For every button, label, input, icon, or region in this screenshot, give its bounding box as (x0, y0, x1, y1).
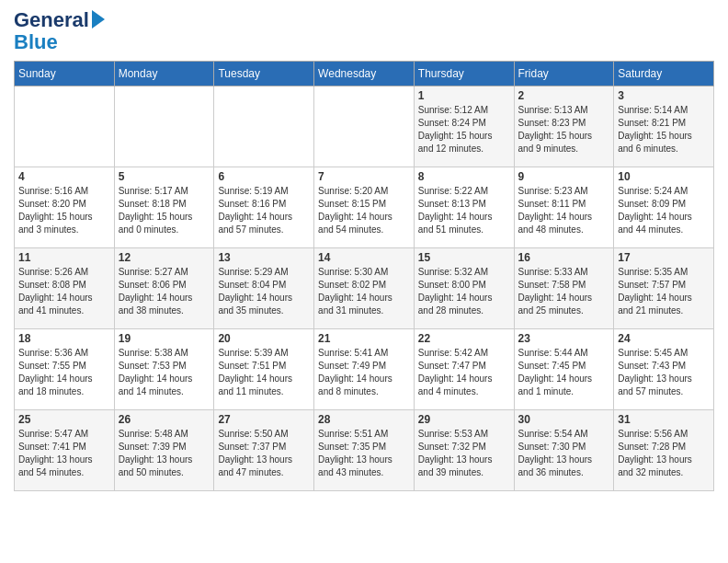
day-number: 3 (618, 89, 710, 102)
day-number: 24 (618, 332, 710, 345)
col-header-thursday: Thursday (414, 62, 514, 86)
day-info: Sunrise: 5:27 AM Sunset: 8:06 PM Dayligh… (119, 266, 210, 317)
day-info: Sunrise: 5:44 AM Sunset: 7:45 PM Dayligh… (518, 347, 610, 398)
col-header-monday: Monday (114, 62, 214, 86)
day-cell: 6Sunrise: 5:19 AM Sunset: 8:16 PM Daylig… (214, 167, 314, 248)
day-cell: 10Sunrise: 5:24 AM Sunset: 8:09 PM Dayli… (614, 167, 714, 248)
day-cell: 5Sunrise: 5:17 AM Sunset: 8:18 PM Daylig… (114, 167, 214, 248)
day-number: 28 (318, 413, 410, 426)
day-number: 4 (18, 170, 110, 183)
week-row-1: 1Sunrise: 5:12 AM Sunset: 8:24 PM Daylig… (15, 86, 714, 167)
day-info: Sunrise: 5:26 AM Sunset: 8:08 PM Dayligh… (18, 266, 110, 317)
day-number: 25 (18, 413, 110, 426)
day-number: 8 (418, 170, 510, 183)
week-row-4: 18Sunrise: 5:36 AM Sunset: 7:55 PM Dayli… (15, 329, 714, 410)
day-cell: 16Sunrise: 5:33 AM Sunset: 7:58 PM Dayli… (514, 248, 614, 329)
day-info: Sunrise: 5:14 AM Sunset: 8:21 PM Dayligh… (618, 104, 710, 155)
day-info: Sunrise: 5:53 AM Sunset: 7:32 PM Dayligh… (418, 428, 510, 479)
day-number: 15 (418, 251, 510, 264)
day-cell: 19Sunrise: 5:38 AM Sunset: 7:53 PM Dayli… (114, 329, 214, 410)
day-number: 18 (18, 332, 110, 345)
day-cell: 14Sunrise: 5:30 AM Sunset: 8:02 PM Dayli… (314, 248, 415, 329)
day-info: Sunrise: 5:38 AM Sunset: 7:53 PM Dayligh… (119, 347, 210, 398)
day-cell: 28Sunrise: 5:51 AM Sunset: 7:35 PM Dayli… (314, 410, 415, 491)
day-number: 27 (218, 413, 310, 426)
day-info: Sunrise: 5:19 AM Sunset: 8:16 PM Dayligh… (218, 185, 310, 236)
day-number: 6 (218, 170, 310, 183)
day-number: 5 (119, 170, 210, 183)
day-info: Sunrise: 5:54 AM Sunset: 7:30 PM Dayligh… (518, 428, 610, 479)
day-info: Sunrise: 5:35 AM Sunset: 7:57 PM Dayligh… (618, 266, 710, 317)
day-cell: 3Sunrise: 5:14 AM Sunset: 8:21 PM Daylig… (614, 86, 714, 167)
day-info: Sunrise: 5:50 AM Sunset: 7:37 PM Dayligh… (218, 428, 310, 479)
day-number: 30 (518, 413, 610, 426)
day-cell: 15Sunrise: 5:32 AM Sunset: 8:00 PM Dayli… (414, 248, 514, 329)
day-info: Sunrise: 5:12 AM Sunset: 8:24 PM Dayligh… (418, 104, 510, 155)
day-number: 12 (119, 251, 210, 264)
day-info: Sunrise: 5:45 AM Sunset: 7:43 PM Dayligh… (618, 347, 710, 398)
day-cell (15, 86, 115, 167)
day-cell: 20Sunrise: 5:39 AM Sunset: 7:51 PM Dayli… (214, 329, 314, 410)
day-cell: 13Sunrise: 5:29 AM Sunset: 8:04 PM Dayli… (214, 248, 314, 329)
day-number: 11 (18, 251, 110, 264)
calendar-table: SundayMondayTuesdayWednesdayThursdayFrid… (14, 61, 714, 491)
logo-text-blue: Blue (14, 31, 58, 53)
day-cell: 30Sunrise: 5:54 AM Sunset: 7:30 PM Dayli… (514, 410, 614, 491)
week-row-2: 4Sunrise: 5:16 AM Sunset: 8:20 PM Daylig… (15, 167, 714, 248)
day-cell: 17Sunrise: 5:35 AM Sunset: 7:57 PM Dayli… (614, 248, 714, 329)
day-info: Sunrise: 5:42 AM Sunset: 7:47 PM Dayligh… (418, 347, 510, 398)
col-header-tuesday: Tuesday (214, 62, 314, 86)
day-cell: 9Sunrise: 5:23 AM Sunset: 8:11 PM Daylig… (514, 167, 614, 248)
day-number: 26 (119, 413, 210, 426)
day-info: Sunrise: 5:41 AM Sunset: 7:49 PM Dayligh… (318, 347, 410, 398)
day-cell: 2Sunrise: 5:13 AM Sunset: 8:23 PM Daylig… (514, 86, 614, 167)
day-info: Sunrise: 5:22 AM Sunset: 8:13 PM Dayligh… (418, 185, 510, 236)
day-number: 23 (518, 332, 610, 345)
week-row-3: 11Sunrise: 5:26 AM Sunset: 8:08 PM Dayli… (15, 248, 714, 329)
day-cell: 22Sunrise: 5:42 AM Sunset: 7:47 PM Dayli… (414, 329, 514, 410)
day-info: Sunrise: 5:39 AM Sunset: 7:51 PM Dayligh… (218, 347, 310, 398)
day-number: 17 (618, 251, 710, 264)
day-info: Sunrise: 5:29 AM Sunset: 8:04 PM Dayligh… (218, 266, 310, 317)
day-number: 22 (418, 332, 510, 345)
day-number: 16 (518, 251, 610, 264)
day-cell: 7Sunrise: 5:20 AM Sunset: 8:15 PM Daylig… (314, 167, 415, 248)
day-info: Sunrise: 5:23 AM Sunset: 8:11 PM Dayligh… (518, 185, 610, 236)
day-info: Sunrise: 5:16 AM Sunset: 8:20 PM Dayligh… (18, 185, 110, 236)
day-cell: 29Sunrise: 5:53 AM Sunset: 7:32 PM Dayli… (414, 410, 514, 491)
day-cell: 26Sunrise: 5:48 AM Sunset: 7:39 PM Dayli… (114, 410, 214, 491)
header: General Blue (14, 9, 714, 53)
day-cell: 23Sunrise: 5:44 AM Sunset: 7:45 PM Dayli… (514, 329, 614, 410)
day-info: Sunrise: 5:51 AM Sunset: 7:35 PM Dayligh… (318, 428, 410, 479)
day-info: Sunrise: 5:36 AM Sunset: 7:55 PM Dayligh… (18, 347, 110, 398)
day-info: Sunrise: 5:30 AM Sunset: 8:02 PM Dayligh… (318, 266, 410, 317)
day-cell: 18Sunrise: 5:36 AM Sunset: 7:55 PM Dayli… (15, 329, 115, 410)
day-cell: 12Sunrise: 5:27 AM Sunset: 8:06 PM Dayli… (114, 248, 214, 329)
day-info: Sunrise: 5:47 AM Sunset: 7:41 PM Dayligh… (18, 428, 110, 479)
day-cell (314, 86, 415, 167)
col-header-sunday: Sunday (15, 62, 115, 86)
day-number: 7 (318, 170, 410, 183)
week-row-5: 25Sunrise: 5:47 AM Sunset: 7:41 PM Dayli… (15, 410, 714, 491)
day-cell: 21Sunrise: 5:41 AM Sunset: 7:49 PM Dayli… (314, 329, 415, 410)
col-header-saturday: Saturday (614, 62, 714, 86)
day-number: 2 (518, 89, 610, 102)
header-row: SundayMondayTuesdayWednesdayThursdayFrid… (15, 62, 714, 86)
day-number: 19 (119, 332, 210, 345)
page: General Blue SundayMondayTuesdayWednesda… (0, 0, 728, 563)
day-cell: 25Sunrise: 5:47 AM Sunset: 7:41 PM Dayli… (15, 410, 115, 491)
day-number: 31 (618, 413, 710, 426)
col-header-friday: Friday (514, 62, 614, 86)
day-cell (214, 86, 314, 167)
day-number: 1 (418, 89, 510, 102)
day-number: 14 (318, 251, 410, 264)
day-number: 9 (518, 170, 610, 183)
day-cell: 31Sunrise: 5:56 AM Sunset: 7:28 PM Dayli… (614, 410, 714, 491)
day-cell: 27Sunrise: 5:50 AM Sunset: 7:37 PM Dayli… (214, 410, 314, 491)
day-cell: 4Sunrise: 5:16 AM Sunset: 8:20 PM Daylig… (15, 167, 115, 248)
day-info: Sunrise: 5:32 AM Sunset: 8:00 PM Dayligh… (418, 266, 510, 317)
day-cell (114, 86, 214, 167)
day-number: 29 (418, 413, 510, 426)
day-info: Sunrise: 5:24 AM Sunset: 8:09 PM Dayligh… (618, 185, 710, 236)
day-cell: 11Sunrise: 5:26 AM Sunset: 8:08 PM Dayli… (15, 248, 115, 329)
